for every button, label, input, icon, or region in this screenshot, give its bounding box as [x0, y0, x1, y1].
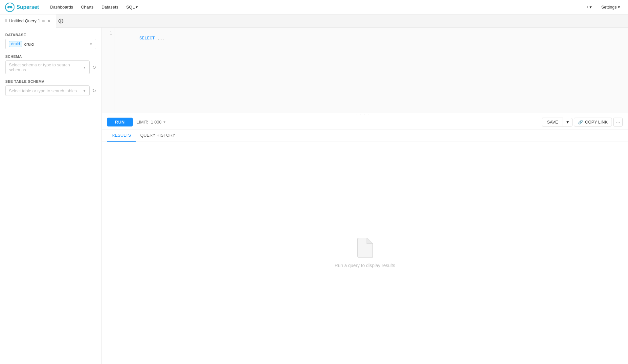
schema-placeholder: Select schema or type to search schemas: [9, 62, 81, 72]
limit-section: LIMIT: 1 000 ▼: [137, 120, 166, 125]
settings-button[interactable]: Settings ▾: [598, 3, 623, 11]
database-dropdown-arrow: ▼: [89, 42, 93, 46]
limit-label: LIMIT:: [137, 120, 148, 125]
save-dropdown-button[interactable]: ▼: [563, 118, 572, 126]
tab-results[interactable]: RESULTS: [107, 129, 136, 142]
save-button[interactable]: SAVE: [542, 118, 563, 126]
nav-datasets[interactable]: Datasets: [98, 3, 122, 11]
empty-file-icon: [357, 238, 373, 258]
new-tab-button[interactable]: ⊕: [56, 14, 65, 28]
table-refresh-button[interactable]: ↻: [92, 88, 96, 93]
sql-select-keyword: SELECT: [139, 36, 155, 41]
limit-value: 1 000: [151, 120, 162, 125]
content-area: 1 SELECT ... · · · · · RUN LIMIT: 1 000 …: [102, 28, 628, 364]
tab-label: Untitled Query 1: [9, 18, 40, 23]
logo[interactable]: Superset: [5, 3, 39, 12]
results-tabs: RESULTS QUERY HISTORY: [102, 129, 628, 142]
database-label: DATABASE: [5, 33, 96, 37]
tab-modified-dot: [42, 20, 45, 22]
link-icon: 🔗: [578, 120, 583, 125]
database-select-wrapper: druid druid ▼: [5, 39, 96, 49]
run-button[interactable]: RUN: [107, 118, 133, 126]
line-numbers: 1: [102, 28, 115, 113]
empty-state: Run a query to display results: [102, 142, 628, 364]
query-tab-1[interactable]: ⠿ Untitled Query 1 ✕: [0, 14, 56, 28]
main-layout: DATABASE druid druid ▼ SCHEMA Select sch…: [0, 28, 628, 364]
results-area: RESULTS QUERY HISTORY Run a query to dis…: [102, 129, 628, 364]
top-nav: Superset Dashboards Charts Datasets SQL …: [0, 0, 628, 14]
more-options-button[interactable]: ···: [613, 118, 623, 126]
limit-dropdown-arrow[interactable]: ▼: [163, 120, 166, 124]
schema-select[interactable]: Select schema or type to search schemas …: [5, 60, 90, 74]
schema-dropdown-arrow: ▼: [83, 66, 86, 69]
add-button[interactable]: + ▾: [583, 3, 594, 11]
table-section: SEE TABLE SCHEMA Select table or type to…: [5, 80, 96, 96]
copy-link-button[interactable]: 🔗 COPY LINK: [574, 118, 612, 126]
database-select[interactable]: druid druid ▼: [5, 39, 96, 49]
schema-select-wrapper: Select schema or type to search schemas …: [5, 60, 96, 74]
query-toolbar: RUN LIMIT: 1 000 ▼ SAVE ▼ 🔗 COPY LINK ··…: [102, 115, 628, 129]
database-tag: druid: [9, 41, 22, 47]
tab-query-history[interactable]: QUERY HISTORY: [136, 129, 180, 142]
database-section: DATABASE druid druid ▼: [5, 33, 96, 49]
nav-dashboards[interactable]: Dashboards: [47, 3, 76, 11]
sql-code: ...: [155, 36, 165, 41]
save-button-group: SAVE ▼: [542, 118, 572, 126]
schema-section: SCHEMA Select schema or type to search s…: [5, 55, 96, 74]
empty-state-text: Run a query to display results: [335, 263, 395, 268]
table-select[interactable]: Select table or type to search tables ▼: [5, 85, 90, 96]
toolbar-right: SAVE ▼ 🔗 COPY LINK ···: [542, 118, 623, 126]
line-number-1: 1: [104, 31, 112, 35]
nav-links: Dashboards Charts Datasets SQL ▾: [47, 3, 141, 11]
table-select-wrapper: Select table or type to search tables ▼ …: [5, 85, 96, 96]
svg-point-0: [6, 3, 14, 11]
tab-close-button[interactable]: ✕: [47, 18, 51, 24]
schema-label: SCHEMA: [5, 55, 96, 58]
nav-charts[interactable]: Charts: [78, 3, 97, 11]
table-schema-label: SEE TABLE SCHEMA: [5, 80, 96, 83]
logo-text: Superset: [16, 4, 39, 10]
table-placeholder: Select table or type to search tables: [9, 88, 81, 93]
table-dropdown-arrow: ▼: [83, 89, 86, 93]
tab-bar: ⠿ Untitled Query 1 ✕ ⊕: [0, 14, 628, 28]
superset-logo-icon: [5, 3, 14, 12]
editor-content[interactable]: SELECT ...: [115, 28, 628, 113]
sql-editor[interactable]: 1 SELECT ...: [102, 28, 628, 113]
copy-link-label: COPY LINK: [585, 120, 608, 125]
nav-right: + ▾ Settings ▾: [583, 3, 623, 11]
nav-sql[interactable]: SQL ▾: [123, 3, 141, 11]
schema-refresh-button[interactable]: ↻: [92, 65, 96, 70]
drag-handle: ⠿: [5, 19, 7, 23]
database-value: druid: [24, 42, 87, 47]
sidebar: DATABASE druid druid ▼ SCHEMA Select sch…: [0, 28, 102, 364]
